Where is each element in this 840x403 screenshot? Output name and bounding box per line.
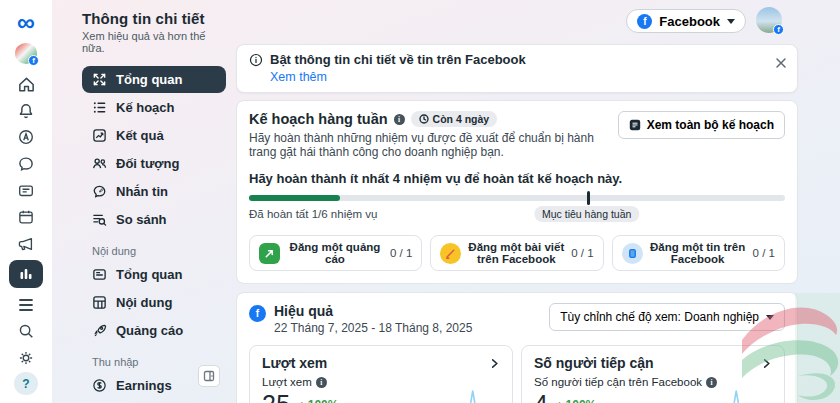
all-tools-menu-icon[interactable] bbox=[9, 292, 43, 317]
tasks-completed-text: Đã hoàn tất 1/6 nhiệm vụ bbox=[249, 208, 378, 224]
facebook-logo-icon bbox=[249, 305, 266, 322]
sidebar: Thông tin chi tiết Xem hiệu quả và hơn t… bbox=[52, 0, 236, 403]
banner-see-more-link[interactable]: Xem thêm bbox=[270, 70, 785, 84]
sidebar-item-plan[interactable]: Kế hoạch bbox=[82, 94, 226, 121]
views-metric-card[interactable]: Lượt xem Lượt xem 25 ↑ 100% Từ người the… bbox=[249, 345, 513, 403]
sidebar-item-label: So sánh bbox=[116, 212, 167, 227]
audience-people-icon bbox=[92, 156, 107, 171]
settings-gear-icon[interactable] bbox=[9, 346, 43, 371]
ads-megaphone-icon[interactable] bbox=[9, 231, 43, 256]
plan-instruction: Hãy hoàn thành ít nhất 4 nhiệm vụ để hoà… bbox=[249, 171, 785, 186]
account-switcher-button[interactable]: Facebook bbox=[626, 9, 746, 33]
sidebar-item-content-overview[interactable]: Tổng quan bbox=[82, 261, 226, 288]
sidebar-item-label: Tổng quan bbox=[116, 267, 182, 282]
plan-checklist-icon bbox=[629, 119, 641, 131]
metric-delta: ↑ 100% bbox=[556, 398, 596, 403]
notifications-bell-icon[interactable] bbox=[9, 98, 43, 123]
overview-arrows-icon bbox=[92, 72, 107, 87]
chevron-right-icon bbox=[761, 358, 772, 369]
sidebar-item-label: Đối tượng bbox=[116, 156, 179, 171]
plan-list-icon bbox=[92, 100, 107, 115]
weekly-plan-description: Hãy hoàn thành những nhiệm vụ được đề xu… bbox=[249, 131, 618, 159]
chevron-down-icon bbox=[727, 19, 735, 24]
sidebar-item-label: Tổng quan bbox=[116, 72, 182, 87]
metric-value: 25 bbox=[262, 390, 290, 403]
sidebar-item-benchmarking[interactable]: So sánh bbox=[82, 206, 226, 233]
metric-label: Lượt xem bbox=[262, 376, 312, 388]
planner-calendar-icon[interactable] bbox=[9, 205, 43, 230]
account-switcher-label: Facebook bbox=[659, 14, 720, 29]
content-grid-icon bbox=[92, 295, 107, 310]
sidebar-item-ads[interactable]: Quảng cáo bbox=[82, 317, 226, 344]
plan-progress-fill bbox=[249, 195, 340, 201]
content-overview-card-icon bbox=[92, 267, 107, 282]
plan-goal-label-wrap: Mục tiêu hàng tuần bbox=[534, 208, 639, 220]
business-page-avatar[interactable]: f bbox=[15, 43, 37, 64]
sidebar-item-label: Earnings bbox=[116, 378, 172, 393]
sidebar-section-content: Nội dung bbox=[92, 245, 226, 257]
task-publish-story[interactable]: Đăng một tin trên Facebook 0 / 1 bbox=[612, 235, 785, 271]
task-count: 0 / 1 bbox=[571, 247, 593, 259]
sidebar-item-overview[interactable]: Tổng quan bbox=[82, 66, 226, 93]
sidebar-item-label: Nội dung bbox=[116, 295, 172, 310]
metric-title: Lượt xem bbox=[262, 355, 327, 371]
view-full-plan-button[interactable]: Xem toàn bộ kế hoạch bbox=[618, 111, 785, 139]
weekly-goal-label: Mục tiêu hàng tuần bbox=[534, 206, 639, 222]
main-content: Bật thông tin chi tiết về tin trên Faceb… bbox=[236, 44, 798, 403]
ads-rocket-icon bbox=[92, 323, 107, 338]
page-title: Thông tin chi tiết bbox=[82, 10, 226, 27]
metric-delta: ↑ 100% bbox=[298, 398, 338, 403]
close-icon[interactable] bbox=[775, 55, 787, 73]
benchmark-search-icon bbox=[92, 212, 107, 227]
insights-bar-chart-icon[interactable] bbox=[9, 260, 43, 288]
earnings-dollar-icon bbox=[92, 378, 107, 393]
sidebar-item-messaging[interactable]: Nhắn tin bbox=[82, 178, 226, 205]
view-mode-selector[interactable]: Tùy chỉnh chế độ xem: Doanh nghiệp bbox=[549, 303, 785, 331]
info-icon bbox=[249, 53, 263, 67]
weekly-plan-tasks: Đăng một quảng cáo 0 / 1 Đăng một bài vi… bbox=[249, 235, 785, 271]
watermark-tint bbox=[795, 293, 840, 403]
info-icon[interactable] bbox=[316, 377, 327, 388]
weekly-plan-progress-bar bbox=[249, 195, 785, 201]
post-pencil-icon bbox=[440, 243, 461, 264]
reach-metric-card[interactable]: Số người tiếp cận Số người tiếp cận trên… bbox=[521, 345, 785, 403]
user-avatar[interactable]: f bbox=[756, 7, 782, 33]
plan-progress-marker bbox=[587, 191, 590, 205]
home-icon[interactable] bbox=[9, 72, 43, 97]
app-root: ∞ f bbox=[0, 0, 840, 403]
weekly-plan-card: Kế hoạch hàng tuần Còn 4 ngày Hãy hoàn t… bbox=[236, 100, 798, 284]
view-full-plan-label: Xem toàn bộ kế hoạch bbox=[647, 118, 774, 132]
sidebar-item-audience[interactable]: Đối tượng bbox=[82, 150, 226, 177]
page-subtitle: Xem hiệu quả và hơn thế nữa. bbox=[82, 30, 226, 54]
clock-icon bbox=[419, 114, 429, 124]
sidebar-item-content[interactable]: Nội dung bbox=[82, 289, 226, 316]
metric-title: Số người tiếp cận bbox=[534, 355, 654, 371]
ads-manager-icon[interactable] bbox=[9, 125, 43, 150]
left-icon-rail: ∞ f bbox=[0, 0, 52, 403]
chevron-down-icon bbox=[766, 315, 774, 320]
task-publish-post[interactable]: Đăng một bài viết trên Facebook 0 / 1 bbox=[430, 235, 603, 271]
inbox-icon[interactable] bbox=[9, 178, 43, 203]
sidebar-item-label: Nhắn tin bbox=[116, 184, 168, 199]
facebook-badge-icon: f bbox=[773, 24, 784, 35]
chevron-right-icon bbox=[489, 358, 500, 369]
task-publish-ad[interactable]: Đăng một quảng cáo 0 / 1 bbox=[249, 235, 422, 271]
sidebar-item-results[interactable]: Kết quả bbox=[82, 122, 226, 149]
weekly-plan-title: Kế hoạch hàng tuần bbox=[249, 111, 388, 127]
days-left-badge: Còn 4 ngày bbox=[411, 111, 498, 127]
results-chart-icon bbox=[92, 128, 107, 143]
sidebar-item-label: Kế hoạch bbox=[116, 100, 175, 115]
banner-title: Bật thông tin chi tiết về tin trên Faceb… bbox=[270, 52, 526, 67]
help-icon[interactable]: ? bbox=[14, 372, 38, 395]
sidebar-item-label: Kết quả bbox=[116, 128, 164, 143]
view-mode-label: Tùy chỉnh chế độ xem: Doanh nghiệp bbox=[560, 310, 759, 324]
info-icon[interactable] bbox=[394, 114, 405, 125]
search-icon[interactable] bbox=[9, 319, 43, 344]
promote-arrow-icon bbox=[259, 243, 280, 264]
sidebar-collapse-button[interactable] bbox=[198, 365, 220, 387]
views-sparkline-chart bbox=[382, 386, 500, 403]
days-left-label: Còn 4 ngày bbox=[433, 113, 490, 125]
meta-logo-icon[interactable]: ∞ bbox=[17, 10, 35, 35]
messenger-chat-icon[interactable] bbox=[9, 152, 43, 177]
facebook-logo-icon bbox=[637, 14, 652, 29]
